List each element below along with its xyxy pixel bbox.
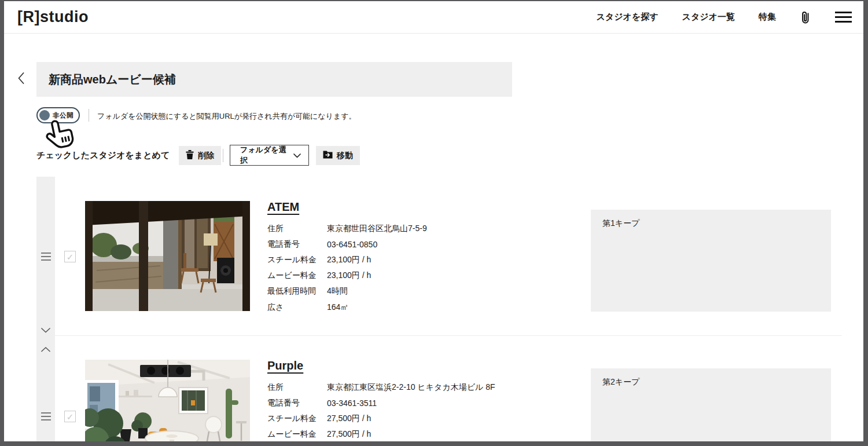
studio-photo-atem[interactable] (85, 201, 250, 311)
folder-title: 新商品webムービー候補 (49, 72, 176, 87)
folder-title-bar: 新商品webムービー候補 (36, 62, 512, 97)
browser-frame: [R]studio スタジオを探す スタジオ一覧 特集 (0, 0, 868, 446)
field-value: 23,100円 / h (327, 255, 371, 265)
field-value: 東京都江東区塩浜2-2-10 ヒキタカ木場ビル 8F (327, 382, 495, 393)
check-icon: ✓ (67, 253, 74, 261)
move-button[interactable]: 移動 (316, 146, 360, 165)
field-value: 27,500円 / h (327, 414, 371, 424)
field-label: ムービー料金 (267, 270, 327, 281)
studio-fields: 住所東京都江東区塩浜2-2-10 ヒキタカ木場ビル 8F 電話番号03-3461… (267, 379, 580, 441)
folder-select-value: フォルダを選択 (240, 145, 293, 166)
studio-name-link[interactable]: Purple (267, 359, 303, 372)
chevron-down-icon (293, 151, 301, 160)
field-label: スチール料金 (267, 414, 327, 424)
check-icon: ✓ (67, 412, 74, 421)
page: [R]studio スタジオを探す スタジオ一覧 特集 (4, 1, 863, 441)
field-label: 電話番号 (267, 239, 327, 250)
drag-handle-icon[interactable] (41, 253, 51, 261)
field-label: 広さ (267, 302, 327, 313)
studio-memo[interactable]: 第2キープ (591, 368, 831, 441)
nav-features[interactable]: 特集 (759, 12, 776, 23)
toggle-label: 非公開 (53, 111, 73, 120)
studio-fields: 住所東京都世田谷区北烏山7-5-9 電話番号03-6451-0850 スチール料… (267, 221, 580, 315)
site-logo[interactable]: [R]studio (17, 8, 89, 26)
field-label: 住所 (267, 224, 327, 234)
visibility-toggle[interactable]: 非公開 (36, 107, 80, 123)
studio-memo[interactable]: 第1キープ (591, 210, 831, 312)
site-header: [R]studio スタジオを探す スタジオ一覧 特集 (4, 1, 863, 34)
field-label: 住所 (267, 382, 327, 393)
nav-studio-list[interactable]: スタジオ一覧 (682, 12, 735, 23)
divider (223, 149, 223, 162)
divider (89, 109, 89, 122)
back-button[interactable] (13, 70, 28, 87)
visibility-hint: フォルダを公開状態にすると閲覧用URLが発行され共有が可能になります。 (97, 111, 356, 122)
folder-select-dropdown[interactable]: フォルダを選択 (230, 145, 309, 166)
reorder-rail (36, 177, 55, 441)
move-button-label: 移動 (337, 151, 353, 161)
move-row-up-icon[interactable] (41, 344, 50, 349)
move-row-down-icon[interactable] (41, 325, 50, 330)
studio-details: Purple 住所東京都江東区塩浜2-2-10 ヒキタカ木場ビル 8F 電話番号… (267, 359, 580, 441)
studio-name-link[interactable]: ATEM (267, 200, 299, 214)
toggle-knob (39, 110, 50, 120)
studio-details: ATEM 住所東京都世田谷区北烏山7-5-9 電話番号03-6451-0850 … (267, 200, 580, 315)
row-divider (55, 335, 842, 336)
field-value: 23,100円 / h (327, 270, 371, 281)
drag-handle-icon[interactable] (41, 412, 51, 421)
field-value: 03-6451-0850 (327, 240, 377, 249)
folder-move-icon (323, 151, 333, 160)
main-nav: スタジオを探す スタジオ一覧 特集 (596, 10, 852, 25)
paperclip-icon[interactable] (800, 10, 811, 25)
field-value: 03-3461-3511 (327, 399, 377, 408)
field-value: 東京都世田谷区北烏山7-5-9 (327, 224, 427, 234)
studio-checkbox[interactable]: ✓ (64, 251, 76, 262)
nav-find-studio[interactable]: スタジオを探す (596, 12, 658, 23)
hamburger-menu-icon[interactable] (835, 12, 852, 23)
field-value: 164㎡ (327, 302, 348, 313)
delete-button-label: 削除 (198, 151, 214, 161)
studio-photo-purple[interactable] (85, 360, 250, 441)
field-value: 27,500円 / h (327, 429, 371, 440)
field-label: ムービー料金 (267, 429, 327, 440)
field-label: 最低利用時間 (267, 286, 327, 297)
bulk-actions-label: チェックしたスタジオをまとめて (36, 150, 170, 161)
trash-icon (186, 150, 194, 161)
field-value: 4時間 (327, 286, 348, 297)
studio-checkbox[interactable]: ✓ (64, 411, 76, 422)
delete-button[interactable]: 削除 (179, 146, 221, 165)
field-label: 電話番号 (267, 398, 327, 408)
field-label: スチール料金 (267, 255, 327, 265)
